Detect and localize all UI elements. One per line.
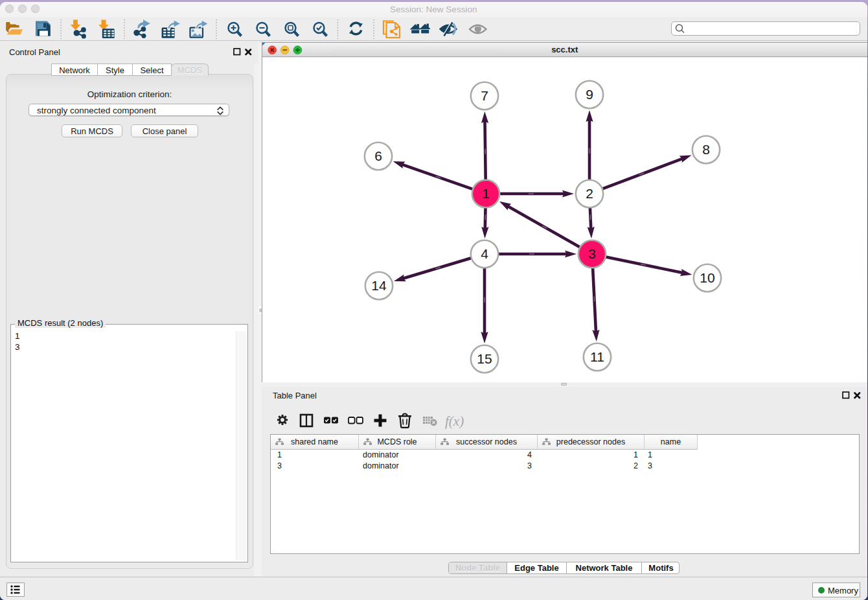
svg-text:15: 15 xyxy=(477,351,492,366)
svg-text:7: 7 xyxy=(481,88,488,103)
svg-text:2: 2 xyxy=(586,186,593,201)
svg-text:10: 10 xyxy=(700,270,714,285)
svg-text:3: 3 xyxy=(588,246,596,261)
svg-text:11: 11 xyxy=(590,349,604,364)
svg-text:9: 9 xyxy=(586,87,593,102)
svg-text:8: 8 xyxy=(702,142,710,157)
svg-text:14: 14 xyxy=(371,278,387,293)
svg-text:6: 6 xyxy=(374,148,382,163)
svg-text:f(x): f(x) xyxy=(445,413,464,429)
svg-text:1: 1 xyxy=(482,186,490,201)
svg-text:4: 4 xyxy=(481,246,488,261)
